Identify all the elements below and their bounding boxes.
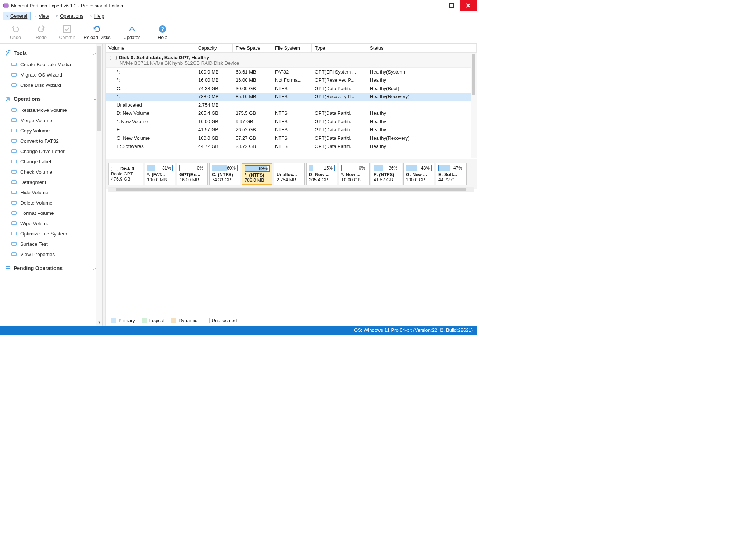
menubar: ∨General ∨View ∨Operations ∨Help bbox=[0, 11, 477, 21]
legend-unallocated: Unallocated bbox=[204, 318, 237, 323]
tools-icon bbox=[5, 50, 11, 57]
col-filesystem[interactable]: File System bbox=[272, 44, 312, 52]
volume-row[interactable]: C: 74.33 GB 30.09 GB NTFS GPT(Data Parti… bbox=[106, 84, 477, 93]
svg-rect-21 bbox=[12, 212, 16, 214]
window-title: Macrorit Partition Expert v6.1.2 - Profe… bbox=[11, 3, 427, 8]
menu-general[interactable]: ∨General bbox=[3, 12, 31, 20]
svg-rect-8 bbox=[12, 73, 16, 76]
sidebar-item[interactable]: Hide Volume bbox=[4, 187, 99, 198]
help-button[interactable]: ? Help bbox=[150, 25, 175, 40]
toolbar-separator bbox=[117, 22, 117, 42]
volume-table-header: Volume Capacity Free Space File System T… bbox=[106, 44, 477, 53]
operation-icon bbox=[11, 230, 17, 237]
partition-box[interactable]: 60% C: (NTFS) 74.33 GB bbox=[209, 163, 240, 185]
sidebar-item[interactable]: Clone Disk Wizard bbox=[4, 80, 99, 90]
sidebar-item[interactable]: Check Volume bbox=[4, 167, 99, 177]
operation-icon bbox=[11, 220, 17, 227]
volume-row[interactable]: F: 41.57 GB 26.52 GB NTFS GPT(Data Parti… bbox=[106, 126, 477, 134]
sidebar-item[interactable]: Defragment bbox=[4, 177, 99, 187]
operation-icon bbox=[11, 199, 17, 206]
undo-button[interactable]: Undo bbox=[3, 25, 28, 40]
maximize-button[interactable] bbox=[443, 0, 460, 11]
close-button[interactable] bbox=[460, 0, 477, 11]
menu-view[interactable]: ∨View bbox=[31, 12, 52, 20]
redo-button[interactable]: Redo bbox=[29, 25, 53, 40]
toolbar: Undo Redo Commit Reload Disks Updates ? … bbox=[0, 21, 477, 44]
sidebar-item[interactable]: Copy Volume bbox=[4, 125, 99, 136]
partition-box[interactable]: 31% *: (FAT... 100.0 MB bbox=[145, 163, 175, 185]
partition-box[interactable]: Unalloc... 2.754 MB bbox=[274, 163, 305, 185]
scroll-down-icon[interactable]: ▼ bbox=[96, 320, 102, 326]
sidebar-item[interactable]: Create Bootable Media bbox=[4, 59, 99, 70]
sidebar-item[interactable]: Convert to FAT32 bbox=[4, 136, 99, 146]
operation-icon bbox=[11, 127, 17, 134]
sidebar-item[interactable]: Change Drive Letter bbox=[4, 146, 99, 156]
partition-box[interactable]: 89% *: (NTFS) 788.0 MB bbox=[242, 163, 272, 185]
operation-icon bbox=[11, 117, 17, 124]
volume-row[interactable]: *: 16.00 MB 16.00 MB Not Forma... GPT(Re… bbox=[106, 76, 477, 85]
disk-graph-label[interactable]: Disk 0 Basic GPT 476.9 GB bbox=[108, 163, 143, 185]
commit-icon bbox=[63, 25, 71, 33]
partition-box[interactable]: 15% D: New ... 205.4 GB bbox=[306, 163, 337, 185]
menu-help[interactable]: ∨Help bbox=[87, 12, 107, 20]
operation-icon bbox=[11, 168, 17, 175]
volume-row[interactable]: G: New Volume 100.0 GB 57.27 GB NTFS GPT… bbox=[106, 134, 477, 142]
minimize-button[interactable] bbox=[427, 0, 443, 11]
disk-header[interactable]: Disk 0: Solid state, Basic GPT, Healthy … bbox=[106, 53, 477, 68]
sidebar-item[interactable]: View Properties bbox=[4, 249, 99, 259]
svg-rect-18 bbox=[12, 181, 16, 184]
sidebar-item[interactable]: Wipe Volume bbox=[4, 218, 99, 228]
updates-button[interactable]: Updates bbox=[120, 25, 144, 40]
partition-box[interactable]: 0% *: New ... 10.00 GB bbox=[339, 163, 370, 185]
graph-scrollbar[interactable] bbox=[108, 187, 474, 192]
col-type[interactable]: Type bbox=[312, 44, 367, 52]
commit-button[interactable]: Commit bbox=[55, 25, 79, 40]
sidebar-item[interactable]: Resize/Move Volume bbox=[4, 105, 99, 115]
volume-row[interactable]: D: New Volume 205.4 GB 175.5 GB NTFS GPT… bbox=[106, 109, 477, 118]
disk-icon bbox=[111, 167, 118, 171]
sidebar-item[interactable]: Format Volume bbox=[4, 208, 99, 218]
svg-rect-17 bbox=[12, 170, 16, 173]
col-volume[interactable]: Volume bbox=[106, 44, 195, 52]
scroll-thumb[interactable] bbox=[97, 46, 101, 131]
volume-row[interactable]: E: Softwares 44.72 GB 23.72 GB NTFS GPT(… bbox=[106, 142, 477, 151]
volume-row[interactable]: *: 100.0 MB 68.61 MB FAT32 GPT(EFI Syste… bbox=[106, 68, 477, 76]
sidebar-item[interactable]: Migrate OS Wizard bbox=[4, 70, 99, 80]
volume-row[interactable]: ..... bbox=[106, 150, 477, 159]
reload-disks-button[interactable]: Reload Disks bbox=[81, 25, 114, 40]
pending-header[interactable]: Pending Operations ︿ bbox=[4, 262, 99, 274]
svg-rect-16 bbox=[12, 160, 16, 163]
sidebar-item[interactable]: Surface Test bbox=[4, 239, 99, 249]
sidebar-item[interactable]: Delete Volume bbox=[4, 198, 99, 208]
redo-icon bbox=[37, 25, 46, 33]
usage-bar: 31% bbox=[147, 165, 173, 171]
partition-box[interactable]: 47% E: Soft... 44.72 G bbox=[436, 163, 467, 185]
partition-box[interactable]: 0% GPT(Re... 16.00 MB bbox=[177, 163, 208, 185]
col-capacity[interactable]: Capacity bbox=[195, 44, 233, 52]
sidebar-item[interactable]: Change Label bbox=[4, 156, 99, 167]
col-freespace[interactable]: Free Space bbox=[233, 44, 272, 52]
volume-row[interactable]: *: New Volume 10.00 GB 9.97 GB NTFS GPT(… bbox=[106, 117, 477, 126]
volume-row[interactable]: Unallocated 2.754 MB bbox=[106, 101, 477, 109]
menu-operations[interactable]: ∨Operations bbox=[53, 12, 86, 20]
toolbar-separator bbox=[147, 22, 147, 42]
volume-row[interactable]: *: 788.0 MB 85.10 MB NTFS GPT(Recovery P… bbox=[106, 93, 477, 101]
window-controls bbox=[427, 0, 477, 11]
tools-header[interactable]: Tools ︿ bbox=[4, 47, 99, 59]
sidebar-item[interactable]: Merge Volume bbox=[4, 115, 99, 125]
svg-rect-13 bbox=[12, 129, 16, 132]
os-info: OS: Windows 11 Pro 64-bit (Version:22H2,… bbox=[354, 327, 473, 333]
volume-scrollbar[interactable] bbox=[471, 53, 477, 158]
sidebar-scrollbar[interactable]: ▲ ▼ bbox=[96, 44, 102, 326]
partition-box[interactable]: 36% F: (NTFS) 41.57 GB bbox=[371, 163, 402, 185]
svg-rect-22 bbox=[12, 222, 16, 225]
scroll-thumb[interactable] bbox=[116, 188, 466, 191]
splitter[interactable] bbox=[103, 44, 106, 326]
gear-icon bbox=[5, 96, 11, 102]
svg-rect-15 bbox=[12, 150, 16, 153]
svg-rect-4 bbox=[64, 26, 70, 32]
partition-box[interactable]: 43% G: New ... 100.0 GB bbox=[403, 163, 434, 185]
operations-header[interactable]: Operations ︿ bbox=[4, 93, 99, 105]
sidebar-item[interactable]: Optimize File System bbox=[4, 228, 99, 239]
col-status[interactable]: Status bbox=[367, 44, 477, 52]
